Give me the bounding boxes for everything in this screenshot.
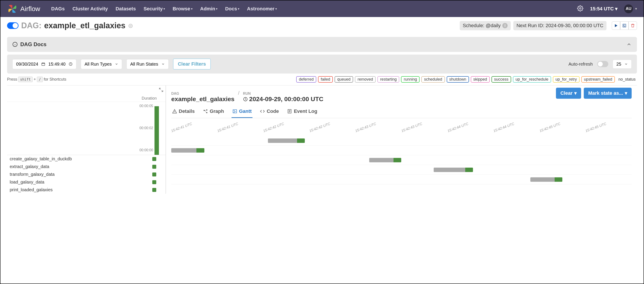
legend-skipped[interactable]: skipped — [471, 76, 490, 83]
gantt-icon — [232, 109, 237, 114]
dag-action-group — [612, 22, 637, 30]
gantt-bar[interactable] — [369, 158, 401, 162]
chevron-down-icon — [624, 62, 628, 66]
task-status-box[interactable] — [152, 172, 156, 176]
date-input[interactable]: 09/30/2024 15:49:40 — [12, 59, 76, 69]
task-row[interactable]: extract_galaxy_data — [7, 163, 166, 170]
mark-state-button[interactable]: Mark state as...▾ — [584, 88, 632, 99]
clear-filters-button[interactable]: Clear Filters — [173, 59, 211, 70]
grid-left-panel: Duration 00:00:05 00:00:02 00:00:00 crea… — [7, 86, 166, 194]
run-states-select[interactable]: All Run States — [126, 59, 168, 69]
gantt-row — [171, 146, 632, 155]
gantt-bar[interactable] — [268, 138, 305, 143]
task-row[interactable]: transform_galaxy_data — [7, 170, 166, 178]
nav-astronomer[interactable]: Astronomer▾ — [247, 6, 277, 12]
breadcrumb-run[interactable]: 2024-09-29, 00:00:00 UTC — [243, 96, 323, 103]
breadcrumb-dag[interactable]: example_etl_galaxies — [171, 96, 234, 103]
auto-refresh-label: Auto-refresh — [568, 62, 593, 67]
docs-title: DAG Docs — [20, 41, 624, 48]
legend-queued[interactable]: queued — [334, 76, 353, 83]
trash-icon — [630, 24, 635, 28]
clear-button[interactable]: Clear▾ — [556, 88, 581, 99]
tab-details[interactable]: Details — [171, 105, 196, 118]
refresh-dag-button[interactable] — [620, 22, 628, 30]
svg-rect-7 — [206, 112, 208, 113]
gantt-bar[interactable] — [434, 168, 473, 172]
tabs: Details Graph Gantt Code Event Log — [171, 105, 632, 118]
clock-icon — [69, 62, 72, 66]
legend-up_for_retry[interactable]: up_for_retry — [553, 76, 580, 83]
legend-pills: deferredfailedqueuedremovedrestartingrun… — [296, 76, 615, 83]
task-status-box[interactable] — [152, 165, 156, 169]
time-display[interactable]: 15:54 UTC▾ — [590, 6, 618, 12]
dag-header: DAG: example_etl_galaxies ⊚ Schedule: @d… — [0, 17, 644, 34]
play-icon — [614, 24, 618, 28]
legend-up_for_reschedule[interactable]: up_for_reschedule — [513, 76, 551, 83]
code-icon — [260, 109, 265, 114]
nav-docs[interactable]: Docs▾ — [225, 6, 239, 12]
legend-deferred[interactable]: deferred — [296, 76, 316, 83]
nav-security[interactable]: Security▾ — [144, 6, 165, 12]
nav-right: 15:54 UTC▾ AU ▾ — [577, 5, 637, 13]
chevron-down-icon — [161, 62, 165, 66]
auto-refresh-toggle[interactable] — [597, 61, 608, 67]
gantt-bar[interactable] — [530, 177, 562, 182]
info-circle-icon — [12, 42, 18, 47]
task-row[interactable]: load_galaxy_data — [7, 178, 166, 186]
legend-running[interactable]: running — [401, 76, 420, 83]
page-size-select[interactable]: 25 — [613, 60, 632, 69]
legend-failed[interactable]: failed — [318, 76, 333, 83]
gantt-row — [171, 165, 632, 175]
gantt-bar[interactable] — [171, 148, 204, 153]
tab-code[interactable]: Code — [259, 105, 280, 118]
settings-button[interactable] — [577, 5, 583, 12]
gantt-ticks: 15:42:41 UTC15:42:41 UTC15:42:42 UTC15:4… — [171, 129, 632, 133]
svg-point-0 — [580, 8, 581, 9]
task-status-box[interactable] — [152, 157, 156, 161]
nav-items: DAGs Cluster Activity Datasets Security▾… — [51, 6, 577, 12]
task-row[interactable]: print_loaded_galaxies — [7, 186, 166, 194]
task-row[interactable]: create_galaxy_table_in_duckdb — [7, 155, 166, 163]
gantt-row — [171, 136, 632, 146]
gantt-chart: 15:42:41 UTC15:42:41 UTC15:42:42 UTC15:4… — [171, 136, 632, 184]
legend-restarting[interactable]: restarting — [378, 76, 399, 83]
task-status-box[interactable] — [152, 180, 156, 184]
nav-datasets[interactable]: Datasets — [116, 6, 136, 12]
calendar-icon — [41, 62, 45, 66]
nav-cluster-activity[interactable]: Cluster Activity — [72, 6, 108, 12]
reparse-icon — [622, 24, 626, 28]
next-run-chip: Next Run ID: 2024-09-30, 00:00:00 UTC — [513, 21, 606, 30]
grid-right-panel: DAG example_etl_galaxies / Run 2024-09-2… — [166, 86, 637, 194]
legend-scheduled[interactable]: scheduled — [421, 76, 445, 83]
task-list: create_galaxy_table_in_duckdb extract_ga… — [7, 155, 166, 194]
nav-browse[interactable]: Browse▾ — [172, 6, 192, 12]
gantt-row — [171, 155, 632, 165]
dag-info-icon[interactable]: ⊚ — [128, 22, 133, 29]
legend-success[interactable]: success — [492, 76, 511, 83]
dag-docs-toggle[interactable]: DAG Docs — [7, 37, 637, 52]
duration-bar[interactable] — [154, 106, 159, 155]
chevron-down-icon — [115, 62, 118, 66]
gantt-rows — [171, 136, 632, 184]
dag-enable-toggle[interactable] — [7, 22, 18, 29]
breadcrumb: DAG example_etl_galaxies / Run 2024-09-2… — [171, 88, 632, 103]
user-avatar: AU — [624, 5, 633, 13]
user-menu[interactable]: AU ▾ — [624, 5, 637, 13]
delete-dag-button[interactable] — [628, 22, 637, 30]
collapse-grid-button[interactable] — [158, 87, 164, 93]
nav-admin[interactable]: Admin▾ — [200, 6, 218, 12]
run-types-select[interactable]: All Run Types — [81, 59, 122, 69]
gear-icon — [577, 5, 583, 12]
airflow-logo[interactable]: Airflow — [7, 4, 40, 14]
legend-upstream_failed[interactable]: upstream_failed — [581, 76, 615, 83]
grid-container: Duration 00:00:05 00:00:02 00:00:00 crea… — [7, 85, 637, 194]
legend-shutdown[interactable]: shutdown — [447, 76, 469, 83]
log-icon — [287, 109, 292, 114]
info-icon[interactable]: i — [502, 23, 508, 28]
tab-gantt[interactable]: Gantt — [232, 105, 252, 118]
nav-dags[interactable]: DAGs — [51, 6, 65, 12]
task-status-box[interactable] — [152, 188, 156, 192]
legend-removed[interactable]: removed — [355, 76, 376, 83]
trigger-dag-button[interactable] — [612, 22, 620, 30]
graph-icon — [203, 109, 208, 114]
